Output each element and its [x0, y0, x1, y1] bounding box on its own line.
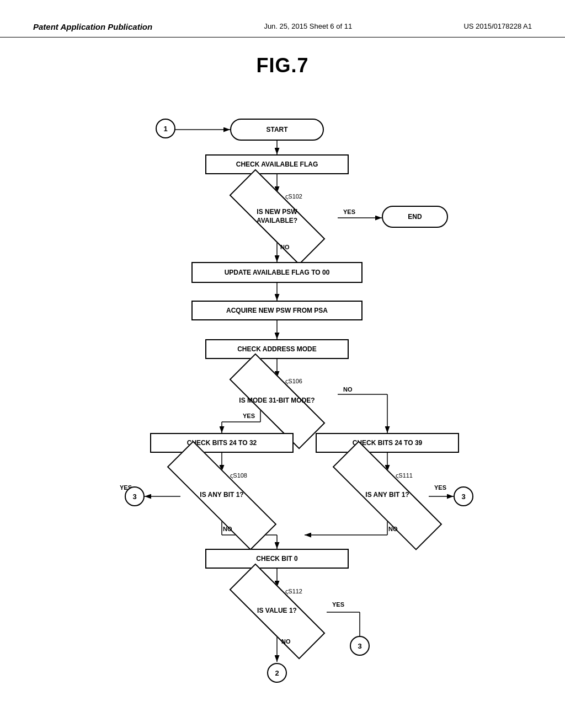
s111-diamond: IS ANY BIT 1? — [305, 470, 470, 520]
s108-diamond: IS ANY BIT 1? — [139, 470, 305, 520]
s110-box: CHECK BITS 24 TO 39 — [316, 433, 459, 453]
s111-yes-label: YES — [434, 484, 446, 491]
s103-box: UPDATE AVAILABLE FLAG TO 00 — [191, 262, 363, 283]
s102-text: IS NEW PSWAVAILABLE? — [257, 208, 297, 225]
s108-text: IS ANY BIT 1? — [200, 491, 243, 500]
s104-box: ACQUIRE NEW PSW FROM PSA — [191, 301, 363, 320]
connector-1: 1 — [156, 119, 175, 138]
s111-no-label: NO — [388, 526, 398, 532]
s107-box: CHECK BITS 24 TO 32 — [150, 433, 294, 453]
header-center: Jun. 25, 2015 Sheet 6 of 11 — [264, 22, 352, 30]
header: Patent Application Publication Jun. 25, … — [0, 0, 565, 38]
s106-no-label: NO — [343, 386, 353, 393]
page: Patent Application Publication Jun. 25, … — [0, 0, 565, 728]
header-right: US 2015/0178228 A1 — [463, 22, 532, 30]
s112-diamond: IS VALUE 1? — [208, 586, 346, 636]
s102-yes-label: YES — [343, 208, 355, 215]
s105-box: CHECK ADDRESS MODE — [205, 339, 349, 359]
diagram: 1 START ςS101 CHECK AVAILABLE FLAG ςS102… — [89, 88, 476, 695]
header-left: Patent Application Publication — [33, 22, 152, 31]
s108-no-label: NO — [223, 526, 232, 532]
connector-3c: 3 — [350, 636, 370, 656]
connector-3b: 3 — [454, 486, 473, 506]
s111-text: IS ANY BIT 1? — [365, 491, 409, 500]
end-node: END — [382, 206, 448, 228]
s106-diamond: IS MODE 31-BIT MODE? — [208, 376, 346, 426]
s102-no-label: NO — [280, 244, 290, 250]
connector-3a: 3 — [125, 486, 145, 506]
s112-yes-label: YES — [332, 601, 344, 608]
s106-yes-label: YES — [243, 413, 255, 419]
s109-box: CHECK BIT 0 — [205, 549, 349, 569]
start-node: START — [230, 119, 324, 141]
connector-2: 2 — [267, 663, 287, 683]
s106-text: IS MODE 31-BIT MODE? — [239, 397, 315, 405]
s112-no-label: NO — [281, 638, 291, 645]
s112-text: IS VALUE 1? — [257, 607, 297, 615]
s102-diamond: IS NEW PSWAVAILABLE? — [208, 192, 346, 242]
figure-title: FIG.7 — [0, 54, 565, 77]
s101-box: CHECK AVAILABLE FLAG — [205, 154, 349, 174]
